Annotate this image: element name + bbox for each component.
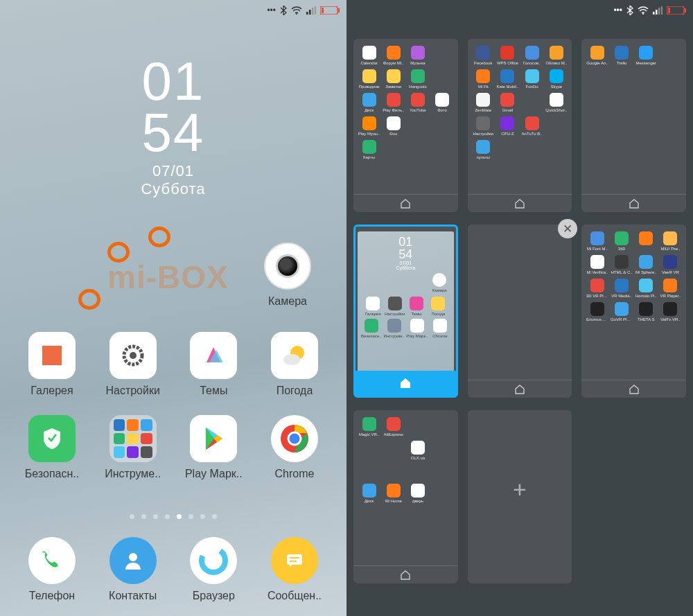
clock-widget[interactable]: 01 54 07/01 Суббота [0, 55, 346, 198]
gear-icon [119, 341, 148, 370]
wifi-icon [638, 6, 649, 15]
page-indicator [0, 514, 346, 519]
plus-icon: + [513, 476, 527, 503]
overview-screen: ••• CalendarФорум MI..МузыкаПроводникЗам… [346, 0, 693, 616]
mini-app-grid: Безопасн..Инструме..Play Марк..Chrome [358, 319, 453, 338]
mini-app [382, 441, 405, 460]
battery-icon [667, 6, 686, 15]
page-thumbnail[interactable]: Google An..TrelloMessenger [581, 39, 686, 212]
home-icon [400, 198, 411, 209]
camera-icon [276, 254, 299, 278]
app-label: Настройки [105, 385, 159, 397]
mini-app [406, 116, 429, 136]
clock-minutes: 54 [0, 107, 346, 158]
watermark: mi-BOX [107, 258, 229, 296]
app-label: Безопасн.. [25, 468, 79, 480]
mini-app [545, 116, 568, 136]
page-thumbnail-active[interactable]: 0154 07/01Суббота Камера ГалереяНастройк… [353, 225, 458, 398]
page-thumbnail[interactable]: Mi Font M..360MIUI The..Mi Verifica..HTM… [581, 225, 686, 398]
mini-app: Messenger [635, 46, 658, 65]
home-icon [514, 384, 525, 395]
mini-app: Камера [432, 273, 447, 292]
play-icon [200, 425, 227, 452]
signal-icon [653, 6, 663, 15]
mini-app: Темы [406, 297, 426, 316]
mini-app: пульты [472, 140, 495, 159]
mini-app: Заметки [382, 69, 405, 89]
app-chrome[interactable]: Chrome [256, 415, 333, 480]
mini-app: YouTube [406, 93, 429, 112]
mini-app: Homido Pl.. [635, 279, 658, 298]
wifi-icon [291, 6, 302, 15]
home-icon [398, 376, 412, 390]
more-dots: ••• [613, 6, 622, 15]
page-thumbnail[interactable]: Magic VR..AliExpressOLX.uaДискMi Homeдве… [353, 410, 458, 583]
mini-app: OLX.ua [406, 441, 429, 460]
mini-app-grid: FacebookWPS OfficeГолосов..Облако M..Mi … [472, 46, 568, 159]
mini-app: Hangouts [406, 69, 429, 89]
app-label: Камера [268, 295, 307, 308]
dock-browser[interactable]: Браузер [175, 537, 252, 602]
close-button[interactable]: ✕ [558, 219, 577, 238]
mini-app: Голосов.. [520, 46, 543, 65]
annotation-circle [78, 289, 100, 310]
mini-app: Настройки [472, 116, 495, 136]
page-thumbnail[interactable]: FacebookWPS OfficeГолосов..Облако M..Mi … [468, 39, 572, 212]
mini-app-grid: Magic VR..AliExpressOLX.uaДискMi Homeдве… [358, 417, 454, 503]
mini-app: Google An.. [586, 46, 608, 65]
mini-app [430, 69, 453, 89]
dock-phone[interactable]: Телефон [14, 537, 90, 602]
app-play-store[interactable]: Play Марк.. [175, 415, 252, 480]
mini-app: Play Филь.. [382, 93, 405, 112]
mini-app: 360 [610, 231, 633, 251]
mini-app: Mi Fit [472, 69, 495, 89]
mini-app: Музыка [406, 46, 429, 65]
app-label: Chrome [275, 468, 315, 480]
home-icon [400, 570, 411, 581]
dock-contacts[interactable]: Контакты [95, 537, 171, 602]
thumb-home-bar [581, 194, 686, 212]
mini-app: Погода [428, 297, 448, 316]
mini-app: Mi Verifica.. [586, 255, 608, 274]
mini-app-grid: Mi Font M..360MIUI The..Mi Verifica..HTM… [586, 231, 682, 322]
dock-messages[interactable]: Сообщен.. [256, 537, 333, 602]
message-icon [283, 549, 306, 572]
mini-app-grid: CalendarФорум MI..МузыкаПроводникЗаметки… [358, 46, 454, 159]
app-label: Сообщен.. [267, 590, 322, 602]
thumb-home-bar [353, 565, 458, 583]
svg-rect-4 [315, 6, 316, 15]
weather-icon [279, 340, 310, 371]
svg-point-17 [202, 549, 225, 572]
app-settings[interactable]: Настройки [95, 332, 171, 397]
home-screen: ••• 01 54 07/01 Суббота Камера Галерея Н… [0, 0, 346, 616]
app-security[interactable]: Безопасн.. [14, 415, 90, 480]
status-bar: ••• [606, 0, 693, 21]
svg-point-16 [129, 553, 137, 561]
annotation-circle [107, 242, 130, 263]
app-label: Темы [200, 385, 227, 397]
page-thumbnail[interactable]: CalendarФорум MI..МузыкаПроводникЗаметки… [353, 39, 458, 212]
browser-icon [198, 545, 229, 576]
app-label: Погода [277, 385, 313, 397]
add-page-button[interactable]: + [468, 410, 572, 583]
gallery-icon [38, 342, 66, 369]
app-themes[interactable]: Темы [175, 332, 252, 397]
app-weather[interactable]: Погода [256, 332, 333, 397]
battery-icon [320, 6, 340, 15]
mini-app: VR Player.. [659, 279, 682, 298]
mini-app: HTML & C.. [610, 255, 633, 274]
mini-app [358, 441, 380, 460]
app-label: Браузер [193, 590, 235, 602]
svg-rect-3 [312, 8, 314, 15]
mini-app: Проводник [358, 69, 380, 89]
app-gallery[interactable]: Галерея [14, 332, 90, 397]
app-tools-folder[interactable]: Инструме.. [95, 415, 171, 480]
app-camera[interactable]: Камера [249, 243, 326, 308]
app-label: Телефон [29, 590, 75, 602]
mini-app [430, 464, 453, 479]
chrome-icon [278, 422, 311, 455]
mini-app: Диск [358, 93, 380, 112]
mini-app: Облако M.. [545, 46, 568, 65]
page-thumbnail[interactable]: ✕ [468, 225, 572, 398]
mini-app [406, 464, 429, 479]
